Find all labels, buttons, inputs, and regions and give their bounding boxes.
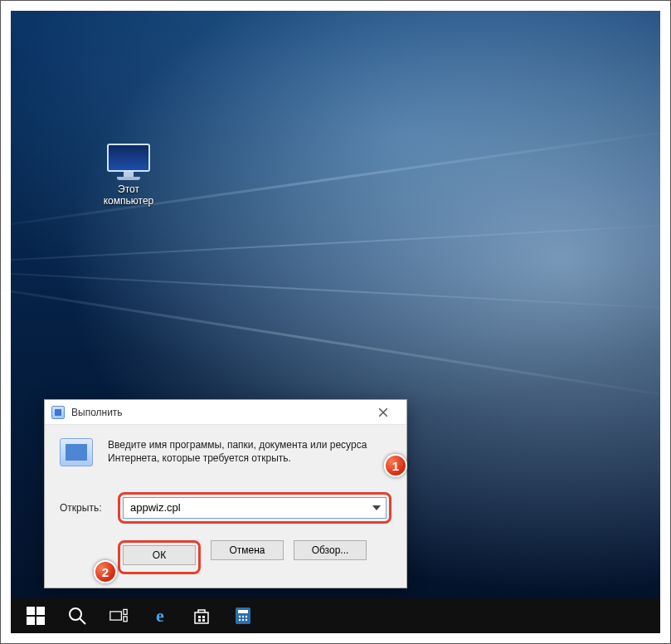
- run-dialog: Выполнить Введите имя программы, папки, …: [44, 399, 407, 588]
- browse-button[interactable]: Обзор...: [294, 540, 367, 560]
- svg-rect-14: [198, 619, 201, 622]
- ok-button[interactable]: ОК: [123, 545, 196, 565]
- decor-ray: [0, 222, 671, 267]
- svg-rect-11: [124, 617, 127, 622]
- annotation-highlight-input: [118, 492, 391, 524]
- cancel-button[interactable]: Отмена: [211, 540, 284, 560]
- calculator-button[interactable]: [223, 598, 263, 633]
- svg-rect-4: [36, 607, 45, 615]
- run-large-icon: [60, 438, 93, 466]
- svg-line-8: [80, 618, 85, 624]
- open-input[interactable]: [123, 497, 387, 519]
- svg-rect-3: [27, 607, 35, 615]
- desktop-icon-label: Этот компьютер: [94, 183, 163, 207]
- run-icon: [51, 406, 65, 419]
- svg-point-20: [246, 616, 247, 617]
- svg-rect-6: [36, 617, 45, 625]
- desktop-icon-this-pc[interactable]: Этот компьютер: [94, 144, 163, 207]
- search-button[interactable]: [57, 598, 97, 633]
- svg-rect-5: [27, 617, 35, 625]
- svg-point-19: [242, 616, 244, 617]
- svg-point-22: [242, 619, 244, 621]
- svg-point-21: [239, 619, 241, 621]
- taskbar: e: [11, 598, 660, 633]
- svg-rect-10: [124, 609, 127, 614]
- svg-rect-13: [202, 616, 205, 618]
- annotation-badge-2: 2: [94, 560, 117, 583]
- edge-button[interactable]: e: [140, 598, 180, 633]
- close-button[interactable]: [367, 403, 400, 422]
- svg-rect-17: [238, 610, 248, 613]
- annotation-highlight-ok: ОК: [118, 540, 201, 574]
- store-button[interactable]: [182, 598, 221, 633]
- svg-rect-12: [198, 616, 201, 618]
- svg-point-23: [246, 619, 247, 621]
- svg-rect-15: [202, 619, 205, 622]
- svg-point-7: [70, 608, 81, 620]
- run-title: Выполнить: [71, 407, 367, 418]
- desktop[interactable]: Этот компьютер Выполнить Введите имя про…: [11, 11, 660, 633]
- svg-marker-2: [372, 505, 381, 510]
- open-label: Открыть:: [60, 502, 118, 514]
- chevron-down-icon[interactable]: [372, 500, 381, 515]
- task-view-button[interactable]: [99, 598, 139, 633]
- run-description: Введите имя программы, папки, документа …: [108, 438, 391, 471]
- start-button[interactable]: [16, 598, 56, 633]
- svg-point-18: [239, 616, 241, 617]
- annotation-badge-1: 1: [384, 454, 407, 477]
- run-titlebar[interactable]: Выполнить: [45, 400, 406, 425]
- computer-icon: [105, 144, 152, 178]
- svg-rect-9: [110, 612, 122, 620]
- edge-icon: e: [156, 605, 164, 627]
